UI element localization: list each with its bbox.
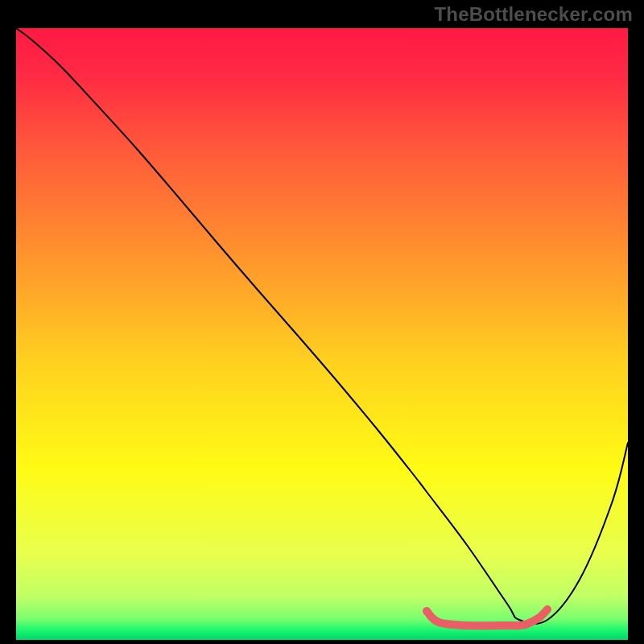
gradient-background bbox=[16, 28, 628, 640]
chart-frame: TheBottlenecker.com bbox=[0, 0, 644, 644]
watermark: TheBottlenecker.com bbox=[434, 3, 633, 26]
bottleneck-chart bbox=[0, 0, 644, 644]
